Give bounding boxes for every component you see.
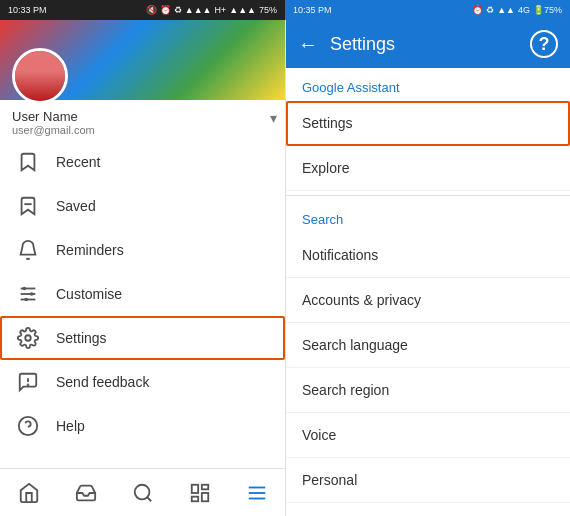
sidebar-item-send-feedback[interactable]: Send feedback	[0, 360, 285, 404]
bottom-nav-home[interactable]	[9, 473, 49, 513]
saved-icon	[16, 194, 40, 218]
reminders-icon	[16, 238, 40, 262]
right-time: 10:35 PM	[293, 5, 332, 15]
help-icon	[16, 414, 40, 438]
page-title: Settings	[330, 34, 518, 55]
profile-header: User Name user@gmail.com ▾	[0, 20, 285, 140]
settings-item-voice[interactable]: Voice	[286, 413, 570, 458]
profile-info: User Name user@gmail.com	[12, 109, 261, 136]
right-header: ← Settings ?	[286, 20, 570, 68]
sidebar-item-recent[interactable]: Recent	[0, 140, 285, 184]
settings-item-ga-explore[interactable]: Explore	[286, 146, 570, 191]
right-status-icons: ⏰ ♻ ▲▲ 4G 🔋75%	[472, 5, 562, 15]
chevron-down-icon[interactable]: ▾	[270, 110, 277, 126]
sidebar-item-label: Send feedback	[56, 374, 149, 390]
sidebar-item-label: Reminders	[56, 242, 124, 258]
svg-point-9	[28, 384, 29, 385]
svg-rect-16	[201, 493, 207, 501]
svg-point-12	[134, 484, 149, 499]
svg-point-4	[23, 287, 27, 291]
left-panel: User Name user@gmail.com ▾ Recent	[0, 20, 285, 516]
bottom-nav-collections[interactable]	[180, 473, 220, 513]
profile-email: user@gmail.com	[12, 124, 261, 136]
section-label-search: Search	[286, 200, 570, 233]
svg-rect-17	[191, 496, 197, 501]
help-circle-icon[interactable]: ?	[530, 30, 558, 58]
right-panel: ← Settings ? Google Assistant Settings E…	[285, 20, 570, 516]
sidebar-item-help[interactable]: Help	[0, 404, 285, 448]
avatar	[12, 48, 68, 104]
sidebar-item-label: Recent	[56, 154, 100, 170]
nav-list: Recent Saved Reminders	[0, 140, 285, 468]
settings-item-search-region[interactable]: Search region	[286, 368, 570, 413]
sidebar-item-label: Saved	[56, 198, 96, 214]
bottom-nav-inbox[interactable]	[66, 473, 106, 513]
tune-icon	[16, 282, 40, 306]
bottom-nav	[0, 468, 285, 516]
settings-item-personal[interactable]: Personal	[286, 458, 570, 503]
svg-line-13	[147, 497, 151, 501]
sidebar-item-reminders[interactable]: Reminders	[0, 228, 285, 272]
sidebar-item-settings[interactable]: Settings	[0, 316, 285, 360]
sidebar-item-customise[interactable]: Customise	[0, 272, 285, 316]
sidebar-item-label: Settings	[56, 330, 107, 346]
profile-name: User Name	[12, 109, 261, 124]
bookmark-icon	[16, 150, 40, 174]
divider	[286, 195, 570, 196]
right-status-bar: 10:35 PM ⏰ ♻ ▲▲ 4G 🔋75%	[285, 0, 570, 20]
left-status-bar: 10:33 PM 🔇 ⏰ ♻ ▲▲▲ H+ ▲▲▲ 75%	[0, 0, 285, 20]
settings-item-accounts-privacy[interactable]: Accounts & privacy	[286, 278, 570, 323]
settings-item-search-language[interactable]: Search language	[286, 323, 570, 368]
sidebar-item-label: Help	[56, 418, 85, 434]
settings-item-notifications[interactable]: Notifications	[286, 233, 570, 278]
settings-item-offline-search[interactable]: Offline search	[286, 503, 570, 516]
back-icon[interactable]: ←	[298, 33, 318, 56]
svg-rect-15	[201, 484, 207, 489]
svg-point-6	[24, 298, 28, 302]
svg-rect-14	[191, 484, 197, 492]
main-content: User Name user@gmail.com ▾ Recent	[0, 20, 570, 516]
status-bars: 10:33 PM 🔇 ⏰ ♻ ▲▲▲ H+ ▲▲▲ 75% 10:35 PM ⏰…	[0, 0, 570, 20]
feedback-icon	[16, 370, 40, 394]
svg-point-5	[30, 292, 34, 296]
svg-point-7	[25, 335, 31, 341]
sidebar-item-saved[interactable]: Saved	[0, 184, 285, 228]
left-status-icons: 🔇 ⏰ ♻ ▲▲▲ H+ ▲▲▲ 75%	[146, 5, 277, 15]
settings-item-ga-settings[interactable]: Settings	[286, 101, 570, 146]
settings-list: Google Assistant Settings Explore Search…	[286, 68, 570, 516]
section-label-google-assistant: Google Assistant	[286, 68, 570, 101]
bottom-nav-search[interactable]	[123, 473, 163, 513]
left-time: 10:33 PM	[8, 5, 47, 15]
bottom-nav-menu[interactable]	[237, 473, 277, 513]
sidebar-item-label: Customise	[56, 286, 122, 302]
gear-icon	[16, 326, 40, 350]
